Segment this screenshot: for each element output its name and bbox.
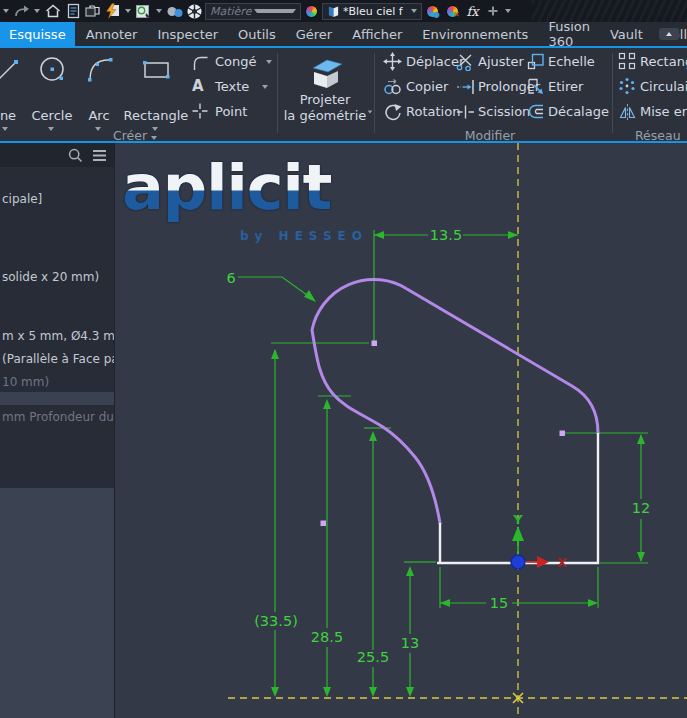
home-icon[interactable] xyxy=(43,2,62,21)
text-tool-label[interactable]: Texte xyxy=(215,78,249,96)
tab-fusion-360[interactable]: Fusion 360 xyxy=(539,22,599,46)
titlebar-hatch-texture xyxy=(532,0,687,22)
select-zoom-dropdown-caret[interactable] xyxy=(154,2,164,21)
color-wheel-add-icon[interactable]: ● xyxy=(423,2,442,21)
search-icon[interactable] xyxy=(68,148,83,163)
browser-item[interactable]: solide x 20 mm) xyxy=(2,270,115,284)
dim-height-285[interactable]: 28.5 xyxy=(311,629,343,645)
sketch-point-markers xyxy=(321,341,566,527)
properties-palette-icon[interactable] xyxy=(63,2,82,21)
tab-vault[interactable]: Vault xyxy=(601,22,652,46)
drawing-canvas[interactable]: aplicit aplicit by HESSEO xyxy=(115,143,687,718)
browser-item[interactable]: m x 5 mm, Ø4.3 mm A t xyxy=(2,329,115,343)
material-select[interactable]: Matière xyxy=(205,3,301,20)
redo-dropdown-caret[interactable] xyxy=(32,2,42,21)
rotate-tool-icon[interactable] xyxy=(383,102,402,121)
project-geometry-caret[interactable] xyxy=(368,110,373,113)
point-tool-label[interactable]: Point xyxy=(215,103,247,121)
dim-bottom-width[interactable]: 15 xyxy=(490,595,508,611)
stretch-tool-icon[interactable] xyxy=(526,77,545,96)
stretch-tool-label[interactable]: Etirer xyxy=(548,77,583,96)
select-zoom-icon[interactable] xyxy=(134,2,153,21)
trim-tool-label[interactable]: Ajuster xyxy=(478,52,524,71)
wheel-icon[interactable] xyxy=(185,2,204,21)
fillet-tool-caret[interactable] xyxy=(266,60,272,64)
toolbar-overflow-caret[interactable] xyxy=(503,2,513,21)
tab-outils[interactable]: Outils xyxy=(229,22,285,46)
color-wheel-remove-icon[interactable]: ✕ xyxy=(443,2,462,21)
circle-tool-icon[interactable] xyxy=(36,54,68,86)
tab-annoter[interactable]: Annoter xyxy=(77,22,147,46)
material-color-wheel-icon[interactable] xyxy=(302,2,321,21)
parameters-fx-icon[interactable]: fx xyxy=(463,2,482,21)
ribbon-collapse-button[interactable] xyxy=(659,28,679,40)
project-geometry-icon[interactable] xyxy=(305,55,347,91)
dim-height-255[interactable]: 25.5 xyxy=(357,649,389,665)
tab-gerer[interactable]: Gérer xyxy=(287,22,341,46)
sketch-svg: Y X 13.5 6 (33.5) 28.5 25.5 13 15 12 xyxy=(115,143,687,718)
copy-tool-icon[interactable] xyxy=(383,77,402,96)
panel-divider xyxy=(277,53,278,133)
dim-overall-height[interactable]: (33.5) xyxy=(254,613,298,629)
project-geometry-label-line2[interactable]: la géométrie xyxy=(283,108,367,123)
line-tool-label[interactable]: ne xyxy=(0,108,22,123)
browser-item[interactable]: 10 mm) xyxy=(2,375,115,389)
dim-right-height[interactable]: 12 xyxy=(632,500,650,516)
dim-height-13[interactable]: 13 xyxy=(401,635,419,651)
circular-array-label[interactable]: Circulai xyxy=(640,77,687,96)
rectangle-tool-icon[interactable] xyxy=(139,54,173,86)
mirror-label[interactable]: Mise en xyxy=(640,102,687,121)
extend-tool-icon[interactable] xyxy=(456,77,475,96)
panel-label-modifier[interactable]: Modifier xyxy=(450,128,530,143)
tab-environnements[interactable]: Environnements xyxy=(413,22,537,46)
browser-item[interactable]: cipale] xyxy=(2,192,115,206)
offset-tool-icon[interactable] xyxy=(526,102,545,121)
split-tool-label[interactable]: Scission xyxy=(478,102,530,121)
spheres-icon[interactable] xyxy=(165,2,184,21)
scale-tool-label[interactable]: Echelle xyxy=(548,52,595,71)
text-tool-icon[interactable]: A xyxy=(192,77,204,95)
lightning-macro-icon[interactable] xyxy=(103,2,122,21)
line-tool-caret[interactable] xyxy=(2,127,8,131)
circle-tool-caret[interactable] xyxy=(48,127,54,131)
line-tool-icon[interactable] xyxy=(0,56,20,86)
panel-label-reseau[interactable]: Réseau xyxy=(635,128,687,143)
add-toolbar-icon[interactable] xyxy=(483,2,502,21)
origin-axis-indicator[interactable]: Y X xyxy=(511,512,567,570)
sketch-profile-curve[interactable] xyxy=(312,280,598,523)
scale-tool-icon[interactable] xyxy=(526,52,545,71)
panel-label-creer[interactable]: Créer xyxy=(95,128,175,143)
offset-tool-label[interactable]: Décalage xyxy=(548,102,609,121)
browser-item[interactable]: mm Profondeur du fileta xyxy=(2,410,115,424)
undo-dropdown-caret[interactable] xyxy=(1,2,11,21)
text-tool-caret[interactable] xyxy=(262,85,268,89)
ribbon-tab-bar: Esquisse Annoter Inspecter Outils Gérer … xyxy=(0,22,687,48)
dim-radius[interactable]: 6 xyxy=(226,270,235,286)
folders-icon[interactable] xyxy=(83,2,102,21)
tab-esquisse[interactable]: Esquisse xyxy=(0,22,75,46)
browser-item[interactable]: (Parallèle à Face par So xyxy=(2,352,115,366)
rectangle-tool-label[interactable]: Rectangle xyxy=(116,108,196,123)
circular-array-icon[interactable] xyxy=(618,77,636,95)
tab-inspecter[interactable]: Inspecter xyxy=(148,22,227,46)
redo-icon[interactable] xyxy=(12,2,31,21)
tab-afficher[interactable]: Afficher xyxy=(343,22,411,46)
mirror-icon[interactable] xyxy=(618,102,637,121)
browser-menu-icon[interactable] xyxy=(92,149,107,162)
arc-tool-icon[interactable] xyxy=(84,54,116,86)
dimension-lines[interactable] xyxy=(238,230,648,695)
move-tool-icon[interactable] xyxy=(383,52,402,71)
dim-top-width[interactable]: 13.5 xyxy=(430,227,462,243)
trim-tool-icon[interactable] xyxy=(456,52,475,71)
rectangular-array-label[interactable]: Rectang xyxy=(640,52,687,71)
layer-select[interactable]: *Bleu ciel f xyxy=(322,3,422,20)
copy-tool-label[interactable]: Copier xyxy=(406,77,448,96)
rectangular-array-icon[interactable] xyxy=(618,52,636,70)
split-tool-icon[interactable] xyxy=(456,102,475,121)
fillet-tool-label[interactable]: Congé xyxy=(215,53,257,71)
lightning-dropdown-caret[interactable] xyxy=(123,2,133,21)
rotate-tool-label[interactable]: Rotation xyxy=(406,102,460,121)
fillet-tool-icon[interactable] xyxy=(192,54,210,72)
project-geometry-label-line1[interactable]: Projeter xyxy=(283,92,367,107)
point-tool-icon[interactable] xyxy=(191,102,209,120)
